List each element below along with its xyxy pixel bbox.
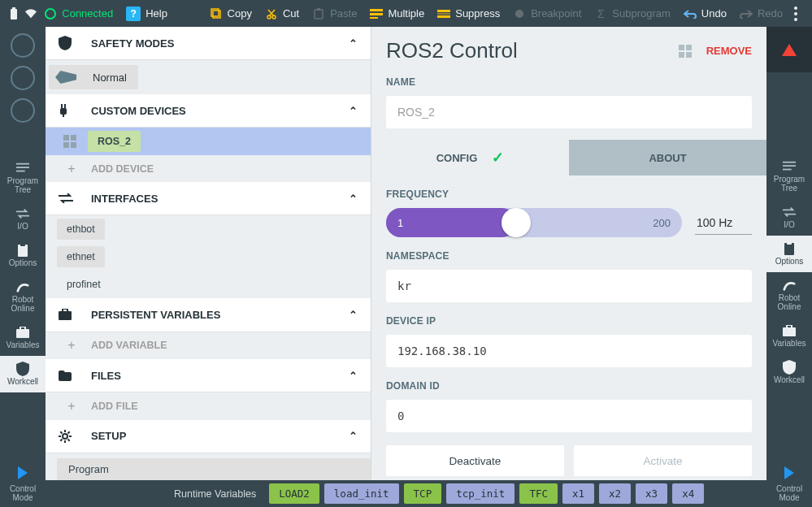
suppress-button[interactable]: Suppress — [437, 7, 500, 20]
swap-icon — [16, 207, 29, 220]
right-rail: Program Tree I/O Options Robot Online Va… — [766, 27, 812, 507]
rail-label: Workcell — [774, 375, 805, 384]
paste-label: Paste — [330, 7, 357, 20]
cut-button[interactable]: Cut — [265, 7, 299, 20]
runtime-chip[interactable]: tcp_init — [446, 483, 515, 504]
frequency-slider[interactable]: 1 200 — [386, 208, 682, 237]
tab-about[interactable]: ABOUT — [569, 140, 766, 176]
rail-robot-online[interactable]: Robot Online — [0, 274, 46, 319]
add-device-button[interactable]: + ADD DEVICE — [46, 155, 371, 183]
node-label: ROS_2 — [88, 131, 141, 152]
rail-program-tree-r[interactable]: Program Tree — [766, 154, 812, 199]
rail-workcell[interactable]: Workcell — [0, 356, 46, 392]
section-setup[interactable]: SETUP ⌃ — [46, 420, 371, 453]
clipboard-icon — [16, 244, 29, 257]
rail-workcell-r[interactable]: Workcell — [766, 354, 812, 391]
details-title-row: ROS2 Control REMOVE — [386, 38, 752, 63]
undo-label: Undo — [701, 7, 727, 20]
mode-icon — [55, 71, 76, 84]
rail-variables-r[interactable]: Variables — [766, 318, 812, 354]
remove-button[interactable]: REMOVE — [706, 45, 752, 57]
add-variable-button[interactable]: + ADD VARIABLE — [46, 332, 371, 360]
chevron-up-icon: ⌃ — [349, 105, 358, 117]
runtime-chip[interactable]: x3 — [636, 483, 667, 504]
runtime-chip[interactable]: TFC — [519, 483, 558, 504]
rail-io[interactable]: I/O — [0, 201, 46, 237]
slider-thumb[interactable] — [502, 208, 531, 237]
paste-button[interactable]: Paste — [312, 7, 357, 20]
redo-button[interactable]: Redo — [740, 7, 783, 20]
multiple-button[interactable]: Multiple — [370, 7, 424, 20]
help-button[interactable]: ? Help — [126, 6, 167, 21]
svg-rect-26 — [784, 243, 794, 255]
deactivate-button[interactable]: Deactivate — [386, 445, 564, 476]
tree-node-ros2[interactable]: ROS_2 — [46, 128, 371, 155]
check-icon: ✓ — [492, 149, 504, 167]
namespace-input[interactable] — [386, 270, 752, 302]
rail-label: Options — [775, 257, 803, 266]
breakpoint-icon — [513, 7, 526, 20]
svg-rect-30 — [60, 108, 67, 115]
breakpoint-button[interactable]: Breakpoint — [513, 7, 581, 20]
frequency-value[interactable]: 100 Hz — [695, 211, 752, 235]
domain-id-label: DOMAIN ID — [386, 380, 752, 392]
connection-status[interactable]: Connected — [44, 7, 113, 20]
section-persistent-vars[interactable]: PERSISTENT VARIABLES ⌃ — [46, 298, 371, 332]
wifi-icon — [24, 7, 37, 20]
runtime-chip[interactable]: TCP — [404, 483, 442, 504]
section-safety-modes[interactable]: SAFETY MODES ⌃ — [46, 27, 371, 60]
rail-control-mode-r[interactable]: Control Mode — [766, 458, 812, 507]
runtime-chip[interactable]: load_init — [324, 483, 399, 504]
iface-profinet[interactable]: profinet — [57, 274, 111, 295]
section-files[interactable]: FILES ⌃ — [46, 359, 371, 392]
iface-ethnet[interactable]: ethnet — [57, 246, 105, 267]
copy-button[interactable]: Copy — [210, 7, 252, 20]
overflow-menu-button[interactable] — [794, 6, 797, 21]
rail-robot-online-r[interactable]: Robot Online — [766, 272, 812, 318]
undo-button[interactable]: Undo — [684, 7, 727, 20]
copy-icon — [210, 7, 223, 20]
page-title: ROS2 Control — [386, 38, 518, 63]
frequency-label: FREQUENCY — [386, 188, 752, 200]
runtime-chip-list: LOAD2load_initTCPtcp_initTFCx1x2x3x4 — [269, 483, 704, 504]
iface-ethbot[interactable]: ethbot — [57, 219, 105, 240]
runtime-chip[interactable]: x4 — [672, 483, 704, 504]
rail-options[interactable]: Options — [0, 237, 46, 274]
dashboard-icon[interactable] — [679, 45, 693, 58]
runtime-chip[interactable]: x2 — [599, 483, 631, 504]
svg-rect-41 — [679, 45, 684, 50]
activate-button[interactable]: Activate — [574, 445, 752, 476]
rail-options-r[interactable]: Options — [766, 236, 812, 272]
device-ip-input[interactable] — [386, 335, 752, 367]
svg-rect-31 — [61, 104, 63, 108]
svg-rect-19 — [18, 245, 28, 257]
setup-program-chip[interactable]: Program — [57, 458, 371, 480]
left-rail: Program Tree I/O Options Robot Online Va… — [0, 27, 46, 507]
name-input[interactable] — [386, 96, 752, 128]
rail-io-r[interactable]: I/O — [766, 199, 812, 236]
subprogram-label: Subprogram — [612, 7, 671, 20]
svg-rect-33 — [63, 115, 64, 117]
rail-control-mode[interactable]: Control Mode — [0, 458, 46, 507]
shield-icon — [16, 362, 29, 375]
add-file-button[interactable]: + ADD FILE — [46, 392, 371, 420]
section-custom-devices[interactable]: CUSTOM DEVICES ⌃ — [46, 94, 371, 128]
tab-config[interactable]: CONFIG ✓ — [371, 140, 569, 176]
tab-label: ABOUT — [649, 152, 686, 164]
rail-variables[interactable]: Variables — [0, 319, 46, 356]
rail-label: Program Tree — [7, 176, 38, 194]
robot-arm-icon — [16, 280, 29, 293]
shield-icon — [59, 36, 75, 50]
rail-alert[interactable] — [766, 27, 812, 72]
section-interfaces[interactable]: INTERFACES ⌃ — [46, 182, 371, 215]
tree-node-normal[interactable]: Normal — [49, 65, 138, 89]
runtime-chip[interactable]: x1 — [562, 483, 594, 504]
slider-max: 200 — [653, 217, 671, 229]
domain-id-input[interactable] — [386, 400, 752, 432]
status-indicators — [11, 27, 35, 139]
subprogram-button[interactable]: Σ Subprogram — [594, 7, 671, 20]
slider-min: 1 — [397, 217, 403, 229]
runtime-chip[interactable]: LOAD2 — [269, 483, 319, 504]
rail-label: Control Mode — [776, 484, 802, 502]
rail-program-tree[interactable]: Program Tree — [0, 155, 46, 201]
